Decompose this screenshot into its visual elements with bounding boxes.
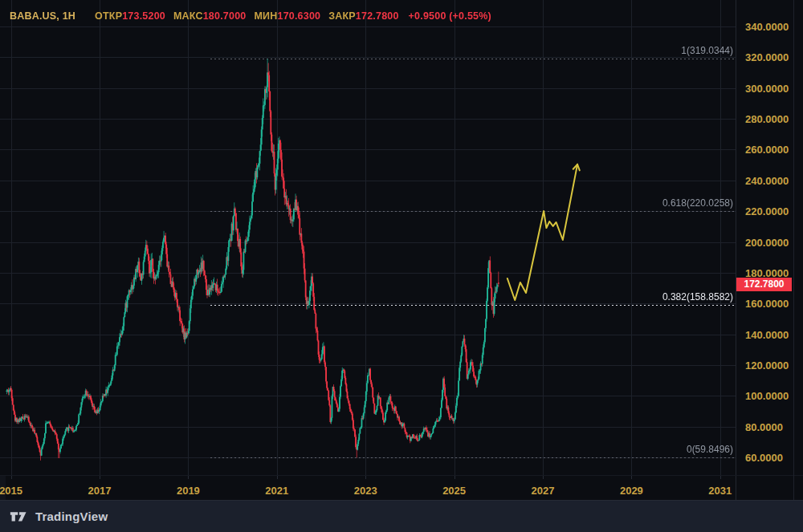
price-axis-label: 280.0000 (745, 113, 789, 125)
price-axis-label: 340.0000 (745, 21, 789, 33)
price-chart-canvas[interactable] (0, 0, 736, 475)
fib-level-label[interactable]: 0(59.8496) (687, 444, 733, 455)
low-value: 170.6300 (277, 10, 320, 22)
close-value: 172.7800 (356, 10, 399, 22)
price-axis-label: 320.0000 (745, 51, 789, 63)
ohlc-legend: BABA.US, 1НОТКР173.5200МАКС180.7000МИН17… (10, 10, 491, 22)
time-axis-label: 2027 (525, 485, 560, 497)
price-axis-label: 80.0000 (745, 421, 783, 433)
open-value: 173.5200 (122, 10, 165, 22)
price-axis-label: 160.0000 (745, 298, 789, 310)
price-axis-label: 240.0000 (745, 175, 789, 187)
price-axis-label: 140.0000 (745, 329, 789, 341)
right-gutter-line (793, 0, 794, 532)
time-axis-border (0, 475, 803, 476)
time-axis-label: 2023 (348, 485, 383, 497)
symbol-title[interactable]: BABA.US, 1Н (10, 10, 75, 22)
fib-level-label[interactable]: 0.382(158.8582) (662, 291, 733, 303)
price-axis-label: 260.0000 (745, 144, 789, 156)
price-axis-label: 120.0000 (745, 359, 789, 372)
price-axis-label: 60.0000 (745, 452, 783, 464)
tradingview-logo[interactable]: TradingView (10, 510, 108, 523)
time-axis-label: 2029 (613, 485, 649, 497)
tradingview-logo-text: TradingView (35, 510, 108, 523)
fib-level-label[interactable]: 1(319.0344) (681, 45, 733, 56)
price-axis-label: 300.0000 (745, 83, 789, 95)
time-axis[interactable]: 201520172019202120232025202720292031 (0, 475, 736, 500)
price-axis-label: 200.0000 (745, 237, 789, 249)
time-axis-label: 2021 (259, 485, 295, 497)
time-axis-label: 2025 (437, 485, 472, 497)
high-value: 180.7000 (203, 10, 247, 22)
open-label: ОТКР (95, 10, 122, 22)
last-price-badge: 172.7800 (736, 278, 792, 291)
bottom-panel: TradingView (0, 500, 803, 532)
time-axis-label: 2017 (82, 485, 117, 497)
price-axis-label: 100.0000 (745, 390, 789, 402)
low-label: МИН (254, 10, 277, 22)
change-value: +0.9500 (+0.55%) (409, 10, 491, 22)
time-axis-label: 2031 (703, 485, 738, 497)
tradingview-logo-icon (10, 510, 29, 523)
time-axis-label: 2019 (170, 485, 206, 497)
fib-level-label[interactable]: 0.618(220.0258) (662, 197, 733, 209)
close-label: ЗАКР (328, 10, 356, 22)
tradingview-chart-window: BABA.US, 1НОТКР173.5200МАКС180.7000МИН17… (0, 0, 803, 532)
price-axis-label: 220.0000 (745, 205, 789, 217)
high-label: МАКС (173, 10, 203, 22)
price-axis-border (736, 0, 736, 500)
time-axis-label: 2015 (0, 485, 29, 497)
